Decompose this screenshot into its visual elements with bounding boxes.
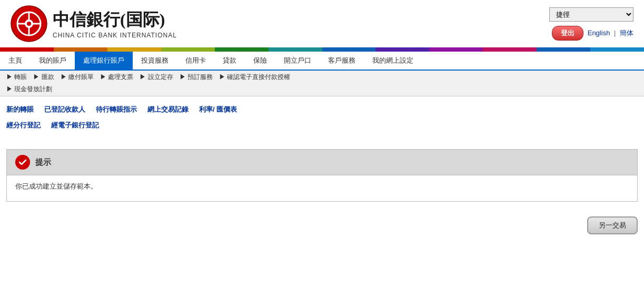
logo-text: 中信銀行(国际) CHINA CITIC BANK INTERNATIONAL <box>53 8 177 39</box>
main-nav-item[interactable]: 信用卡 <box>177 52 214 70</box>
main-nav-item[interactable]: 保險 <box>245 52 275 70</box>
quick-link-item[interactable]: 已登記收款人 <box>44 105 85 114</box>
main-nav-item[interactable]: 客戶服務 <box>320 52 364 70</box>
logout-button[interactable]: 登出 <box>552 26 583 41</box>
action-row: 另一交易 <box>0 210 644 243</box>
logo-area: 中信銀行(国际) CHINA CITIC BANK INTERNATIONAL <box>11 5 177 42</box>
sub-nav-item-row2[interactable]: ▶ 現金發放計劃 <box>6 85 52 94</box>
sub-nav-item[interactable]: ▶ 確認電子直接付款授權 <box>219 73 290 82</box>
language-switcher: English | 簡体 <box>588 28 633 38</box>
svg-point-5 <box>27 22 31 26</box>
notice-message: 你已成功建立並儲存範本。 <box>15 182 97 190</box>
notice-body: 你已成功建立並儲存範本。 <box>6 175 638 202</box>
main-nav-item[interactable]: 我的網上設定 <box>364 52 422 70</box>
quick-link-item[interactable]: 利率/ 匯價表 <box>199 105 237 114</box>
notice-section: 提示 你已成功建立並儲存範本。 <box>6 149 638 202</box>
sub-nav-item[interactable]: ▶ 匯款 <box>33 73 54 82</box>
page-header: 中信銀行(国际) CHINA CITIC BANK INTERNATIONAL … <box>0 0 644 47</box>
branch-link-item[interactable]: 經分行登記 <box>6 121 41 130</box>
quick-link-item[interactable]: 待行轉賬指示 <box>96 105 137 114</box>
logo-title: 中信銀行(国际) <box>53 8 177 32</box>
sub-nav-item[interactable]: ▶ 預訂服務 <box>180 73 213 82</box>
logo-subtitle: CHINA CITIC BANK INTERNATIONAL <box>53 32 177 39</box>
brand-logo <box>11 5 47 42</box>
quick-link-item[interactable]: 新的轉賬 <box>6 105 34 114</box>
sub-navigation: ▶ 轉賬▶ 匯款▶ 繳付賬單▶ 處理支票▶ 設立定存▶ 預訂服務▶ 確認電子直接… <box>0 71 644 96</box>
main-nav-item[interactable]: 我的賬戶 <box>31 52 75 70</box>
main-navigation: 主頁我的賬戶處理銀行賬戶投資服務信用卡貸款保險開立戶口客戶服務我的網上設定 <box>0 52 644 71</box>
sub-nav-item[interactable]: ▶ 繳付賬單 <box>61 73 94 82</box>
sub-nav-item[interactable]: ▶ 設立定存 <box>140 73 173 82</box>
main-nav-item[interactable]: 處理銀行賬戶 <box>75 52 133 70</box>
main-nav-item[interactable]: 投資服務 <box>133 52 177 70</box>
shortcut-dropdown[interactable]: 捷徑 <box>549 7 633 22</box>
another-transaction-button[interactable]: 另一交易 <box>587 216 638 234</box>
notice-title: 提示 <box>35 157 51 167</box>
lang-chinese-link[interactable]: 簡体 <box>620 29 633 37</box>
branch-link-item[interactable]: 經電子銀行登記 <box>51 121 99 130</box>
branch-links: 經分行登記經電子銀行登記 <box>0 119 644 139</box>
sub-nav-item[interactable]: ▶ 轉賬 <box>6 73 27 82</box>
header-actions: 登出 English | 簡体 <box>552 26 633 41</box>
color-bar <box>0 47 644 52</box>
header-right: 捷徑 登出 English | 簡体 <box>549 7 633 41</box>
lang-separator: | <box>614 29 616 37</box>
notice-icon <box>15 155 30 170</box>
shortcut-area: 捷徑 <box>549 7 633 22</box>
checkmark-icon <box>18 157 27 167</box>
sub-nav-item[interactable]: ▶ 處理支票 <box>100 73 133 82</box>
quick-links: 新的轉賬已登記收款人待行轉賬指示網上交易記錄利率/ 匯價表 <box>0 96 644 119</box>
lang-english-link[interactable]: English <box>588 29 610 37</box>
main-nav-item[interactable]: 主頁 <box>0 52 31 70</box>
notice-header-box: 提示 <box>6 149 638 175</box>
main-nav-item[interactable]: 貸款 <box>214 52 245 70</box>
main-nav-item[interactable]: 開立戶口 <box>275 52 320 70</box>
quick-link-item[interactable]: 網上交易記錄 <box>147 105 189 114</box>
